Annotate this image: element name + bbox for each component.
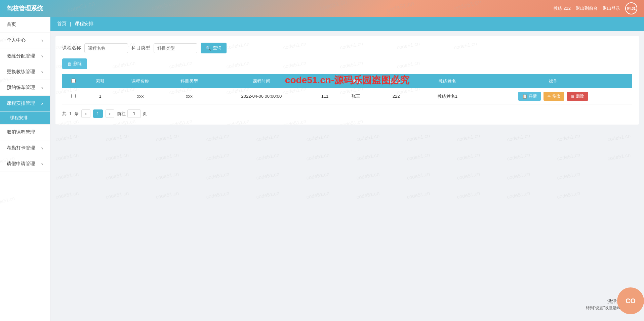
pagination: 共 1 条 ‹ 1 › 前往 页 (62, 109, 632, 118)
chevron-icon: ∨ (41, 146, 43, 150)
row-delete-button[interactable]: 🗑 删除 (567, 92, 588, 101)
header: 驾校管理系统 code51.cn code51.cn code51.cn cod… (0, 0, 644, 17)
row-coach-name: 教练姓名1 (420, 88, 474, 104)
main-extra: code51.cn code51.cn code51.cn code51.cn … (50, 130, 644, 203)
search-icon: 🔍 (206, 46, 211, 51)
goto-input[interactable] (127, 109, 141, 118)
row-course-name: xxx (116, 88, 165, 104)
avatar-text: 04:31 (627, 7, 636, 10)
table-header-row: 索引 课程名称 科目类型 课程时间 账号 姓名 教练工号 教练姓名 操作 (62, 74, 632, 88)
sidebar-item-course-label: 课程安排管理 (7, 100, 35, 106)
table-header-checkbox (62, 74, 85, 88)
header-right: 教练 222 退出到前台 退出登录 04:31 (554, 2, 637, 14)
breadcrumb-home[interactable]: 首页 (57, 21, 67, 27)
sidebar-item-personal-label: 个人中心 (7, 37, 26, 43)
table-body: 1 xxx xxx 2022-04-06 00:00:00 111 张三 222… (62, 88, 632, 104)
sidebar-item-cancel-label: 取消课程管理 (7, 129, 35, 135)
data-table: 索引 课程名称 科目类型 课程时间 账号 姓名 教练工号 教练姓名 操作 (62, 74, 632, 104)
table-header-subject-type: 科目类型 (165, 74, 214, 88)
table-header-coach-name: 教练姓名 (420, 74, 474, 88)
wm3: code51.cn (235, 0, 264, 14)
subject-type-input[interactable] (154, 43, 197, 53)
table-row: 1 xxx xxx 2022-04-06 00:00:00 111 张三 222… (62, 88, 632, 104)
edit-btn-label: 修改 (552, 93, 560, 99)
select-all-checkbox[interactable] (71, 79, 76, 83)
sidebar-sub-item-course-arrange[interactable]: 课程安排 (0, 111, 50, 125)
layout: 首页 个人中心 ∨ 教练分配管理 ∨ 更换教练管理 ∨ 预约练车管理 ∨ 课程安… (0, 17, 644, 321)
action-bar: 🗑 删除 (62, 58, 632, 69)
batch-delete-button[interactable]: 🗑 删除 (62, 58, 87, 69)
row-select-checkbox[interactable] (71, 94, 76, 98)
app-title: 驾校管理系统 (7, 4, 43, 12)
sidebar-item-booking[interactable]: 预约练车管理 ∨ (0, 80, 50, 96)
table-header-coach-id: 教练工号 (372, 74, 421, 88)
sidebar-item-coach-assign-label: 教练分配管理 (7, 53, 35, 59)
edit-icon: ✏ (548, 94, 551, 99)
wm5: code51.cn (386, 0, 415, 14)
breadcrumb: 首页 | 课程安排 (50, 17, 644, 31)
row-account: 111 (309, 88, 340, 104)
table-header-course-time: 课程时间 (214, 74, 309, 88)
wm6: code51.cn (453, 0, 482, 12)
chevron-icon: ∨ (41, 70, 43, 74)
delete-icon: 🗑 (571, 94, 575, 99)
current-page: 1 (93, 109, 103, 118)
avatar: 04:31 (625, 2, 637, 14)
detail-icon: 📋 (522, 94, 527, 99)
logout-btn[interactable]: 退出登录 (603, 5, 620, 11)
sidebar-item-home[interactable]: 首页 (0, 17, 50, 33)
search-btn-label: 查询 (213, 45, 222, 51)
row-checkbox (62, 88, 85, 104)
total-count: 1 (69, 111, 72, 116)
row-subject-type: xxx (165, 88, 214, 104)
row-course-time: 2022-04-06 00:00:00 (214, 88, 309, 104)
edit-button[interactable]: ✏ 修改 (544, 92, 564, 101)
search-bar: 课程名称 科目类型 🔍 查询 (62, 43, 632, 53)
row-coach-id: 222 (372, 88, 421, 104)
sidebar-item-course[interactable]: 课程安排管理 ∧ (0, 96, 50, 111)
row-actions: 📋 详情 ✏ 修改 🗑 删除 (475, 88, 632, 104)
row-index: 1 (85, 88, 116, 104)
chevron-icon: ∨ (41, 54, 43, 58)
sidebar-item-coach-change-label: 更换教练管理 (7, 69, 35, 75)
sidebar-item-home-label: 首页 (7, 21, 16, 28)
sidebar-item-cancel[interactable]: 取消课程管理 (0, 125, 50, 140)
chevron-icon: ∨ (41, 162, 43, 166)
chevron-icon: ∨ (41, 39, 43, 42)
main-content: 首页 | 课程安排 code51.cn code51.cn code51.cn … (50, 17, 644, 321)
total-label: 共 (62, 111, 67, 117)
course-name-input[interactable] (84, 43, 128, 53)
sidebar-item-attendance[interactable]: 考勤打卡管理 ∨ (0, 140, 50, 156)
table-header-account: 账号 (309, 74, 340, 88)
detail-button[interactable]: 📋 详情 (518, 92, 541, 101)
sidebar-item-leave[interactable]: 请假申请管理 ∨ (0, 156, 50, 172)
content-card: code51.cn code51.cn code51.cn code51.cn … (55, 36, 639, 125)
sidebar-item-leave-label: 请假申请管理 (7, 161, 35, 167)
table-header-name: 姓名 (340, 74, 372, 88)
prev-page-btn[interactable]: ‹ (81, 109, 90, 118)
table-header-index: 索引 (85, 74, 116, 88)
sidebar-item-coach-assign[interactable]: 教练分配管理 ∨ (0, 48, 50, 64)
delete-btn-label: 删除 (73, 61, 82, 67)
detail-btn-label: 详情 (529, 93, 537, 99)
sidebar-item-attendance-label: 考勤打卡管理 (7, 145, 35, 151)
corner-co-text: CO (626, 297, 636, 305)
table-header-actions: 操作 (475, 74, 632, 88)
wm2: code51.cn (151, 0, 180, 12)
page-goto: 前往 页 (117, 109, 147, 118)
row-delete-btn-label: 删除 (576, 93, 584, 99)
sidebar-item-personal[interactable]: 个人中心 ∨ (0, 33, 50, 48)
sidebar-sub-item-course-arrange-label: 课程安排 (10, 115, 28, 120)
page-unit: 页 (143, 111, 147, 117)
header-user: 教练 222 (554, 5, 571, 11)
chevron-icon: ∧ (41, 102, 43, 105)
total-unit: 条 (74, 111, 79, 117)
sidebar-item-coach-change[interactable]: 更换教练管理 ∨ (0, 64, 50, 80)
search-button[interactable]: 🔍 查询 (201, 43, 227, 53)
back-to-front-btn[interactable]: 退出到前台 (576, 5, 598, 11)
breadcrumb-current: 课程安排 (75, 21, 93, 27)
next-page-btn[interactable]: › (106, 109, 114, 118)
course-name-label: 课程名称 (62, 45, 81, 51)
table-container: 索引 课程名称 科目类型 课程时间 账号 姓名 教练工号 教练姓名 操作 (62, 74, 632, 104)
sidebar-sub-course: 课程安排 (0, 111, 50, 125)
